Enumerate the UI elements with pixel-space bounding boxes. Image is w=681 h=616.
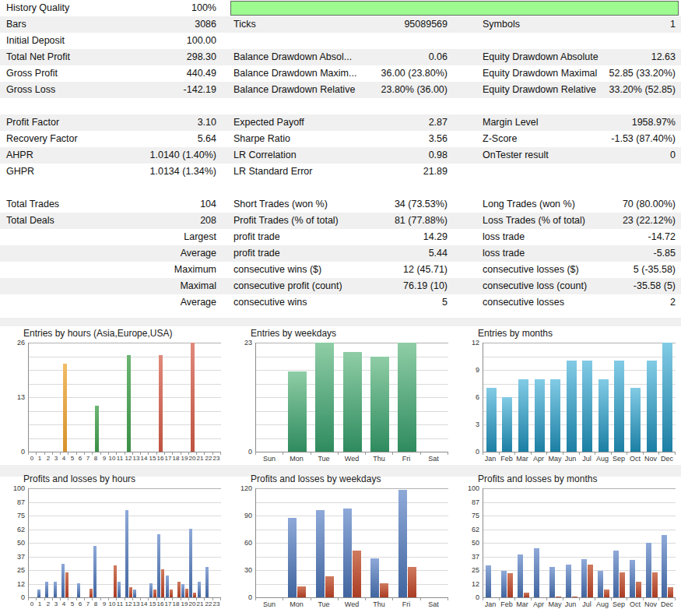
pl-by-weekdays-bar-loss bbox=[408, 567, 416, 597]
y-axis-label: 3 bbox=[476, 421, 479, 428]
stat-label: Initial Deposit bbox=[6, 33, 65, 49]
pl-by-hours-bar-profit bbox=[166, 576, 169, 597]
stat-label: Sharpe Ratio bbox=[233, 131, 290, 147]
x-axis-tick bbox=[311, 598, 311, 600]
stat-label: consecutive profit (count) bbox=[233, 278, 342, 294]
plot-area bbox=[28, 343, 221, 452]
stat-value: 81 (77.88%) bbox=[345, 213, 448, 229]
stat-label: Recovery Factor bbox=[6, 131, 78, 147]
stat-value: 208 bbox=[100, 213, 216, 229]
x-axis-tick bbox=[338, 598, 339, 600]
entries-by-weekdays-bar bbox=[315, 343, 334, 452]
pl-by-hours-bar-profit bbox=[157, 534, 160, 597]
pl-by-months-bar-loss bbox=[652, 572, 658, 597]
entries-by-months-bar bbox=[518, 379, 528, 452]
chart-entries-by-hours: Entries by hours (Asia,Europe,USA)013260… bbox=[0, 326, 226, 470]
entries-by-weekdays-bar bbox=[288, 371, 307, 452]
report-row: Initial Deposit100.00 bbox=[0, 33, 681, 49]
report-row: AHPR1.0140 (1.40%)LR Correlation0.98OnTe… bbox=[0, 147, 681, 164]
stat-label: GHPR bbox=[6, 164, 34, 180]
pl-by-months-bar-profit bbox=[613, 551, 619, 597]
stat-label: Gross Loss bbox=[6, 82, 55, 98]
report-row: History Quality100% bbox=[0, 0, 681, 16]
gridline bbox=[256, 502, 448, 503]
stat-label: Short Trades (won %) bbox=[233, 196, 328, 213]
pl-by-hours-bar-profit bbox=[189, 529, 192, 597]
entries-by-months-bar bbox=[535, 379, 545, 452]
stat-label: OnTester result bbox=[483, 147, 549, 164]
stat-value: 14.29 bbox=[345, 229, 448, 245]
stat-value: 5.64 bbox=[100, 131, 216, 147]
x-axis-label: Mon bbox=[285, 455, 308, 463]
stat-value: 23 (22.12%) bbox=[573, 213, 676, 229]
report-row: Gross Loss-142.19Balance Drawdown Relati… bbox=[0, 82, 681, 98]
stat-value: 0.98 bbox=[345, 147, 448, 164]
gridline bbox=[483, 357, 676, 357]
stat-value: Maximum bbox=[100, 262, 216, 278]
pl-by-months-bar-profit bbox=[566, 565, 571, 597]
x-axis-tick bbox=[255, 452, 256, 455]
y-axis-label: 26 bbox=[17, 339, 25, 347]
y-axis-label: 6 bbox=[476, 393, 479, 401]
entries-by-months-bar bbox=[630, 388, 641, 452]
pl-by-months-bar-loss bbox=[588, 565, 593, 597]
stat-label: AHPR bbox=[6, 147, 33, 164]
pl-by-months-bar-loss bbox=[556, 597, 561, 597]
stat-label: Total Deals bbox=[6, 213, 54, 229]
pl-by-months-bar-profit bbox=[518, 554, 523, 597]
stat-value: 5 (-35.58) bbox=[573, 262, 676, 278]
stat-label: Total Trades bbox=[6, 196, 59, 213]
stat-value: 298.30 bbox=[100, 49, 216, 65]
pl-by-months-bar-loss bbox=[507, 573, 513, 597]
x-axis-label: Wed bbox=[340, 455, 363, 463]
pl-by-hours-bar-loss bbox=[193, 593, 196, 597]
y-axis-label: 0 bbox=[248, 593, 252, 601]
pl-by-weekdays-bar-loss bbox=[297, 586, 306, 597]
gridline bbox=[256, 488, 448, 489]
entries-by-months-bar bbox=[582, 361, 592, 452]
chart-pl-by-hours: Profits and losses by hours0122537506275… bbox=[0, 471, 226, 616]
chart-pl-by-weekdays: Profits and losses by weekdays0306090120… bbox=[227, 471, 454, 616]
entries-by-weekdays-bar bbox=[398, 343, 416, 452]
stat-value: 0.06 bbox=[345, 49, 448, 65]
stat-value: 12.63 bbox=[573, 49, 676, 65]
x-axis-label: Dec bbox=[655, 600, 679, 608]
entries-by-weekdays-bar bbox=[370, 357, 389, 452]
chart-title: Entries by weekdays bbox=[251, 328, 336, 339]
stat-label: loss trade bbox=[483, 229, 525, 245]
y-axis-label: 50 bbox=[17, 539, 25, 547]
stat-label: Long Trades (won %) bbox=[483, 196, 575, 213]
stat-value: 34 (73.53%) bbox=[345, 196, 448, 213]
x-axis-tick bbox=[365, 452, 366, 455]
y-axis-label: 37 bbox=[472, 553, 479, 561]
pl-by-weekdays-bar-loss bbox=[325, 576, 334, 597]
y-axis-label: 62 bbox=[17, 526, 25, 533]
pl-by-months-bar-profit bbox=[630, 560, 635, 597]
pl-by-months-bar-loss bbox=[604, 590, 609, 597]
pl-by-months-bar-profit bbox=[598, 571, 603, 597]
entries-by-months-bar bbox=[550, 379, 560, 452]
pl-by-months-bar-loss bbox=[620, 572, 625, 597]
stat-label: consecutive wins bbox=[233, 294, 307, 311]
pl-by-months-bar-profit bbox=[486, 565, 491, 597]
x-axis-label: Dec bbox=[655, 455, 679, 463]
stat-value: 3086 bbox=[100, 16, 216, 33]
x-axis-tick bbox=[255, 598, 256, 600]
stat-value: 76.19 (10) bbox=[345, 278, 448, 294]
stat-label: LR Standard Error bbox=[233, 164, 312, 180]
stat-value: Average bbox=[100, 245, 216, 262]
stat-value: 100.00 bbox=[100, 33, 216, 49]
stat-label: Z-Score bbox=[483, 131, 517, 147]
x-axis-tick bbox=[420, 598, 421, 600]
chart-title: Profits and losses by months bbox=[478, 473, 597, 484]
entries-by-weekdays-bar bbox=[343, 352, 362, 452]
stat-label: Symbols bbox=[483, 16, 520, 33]
entries-by-months-bar bbox=[662, 343, 672, 452]
stat-label: profit trade bbox=[233, 229, 280, 245]
y-axis-label: 12 bbox=[17, 580, 25, 588]
pl-by-hours-bar-profit bbox=[125, 510, 128, 597]
stat-value: 21.89 bbox=[345, 164, 448, 180]
gridline bbox=[483, 516, 676, 516]
stat-value: 12 (45.71) bbox=[345, 262, 448, 278]
x-axis-tick bbox=[365, 598, 366, 600]
